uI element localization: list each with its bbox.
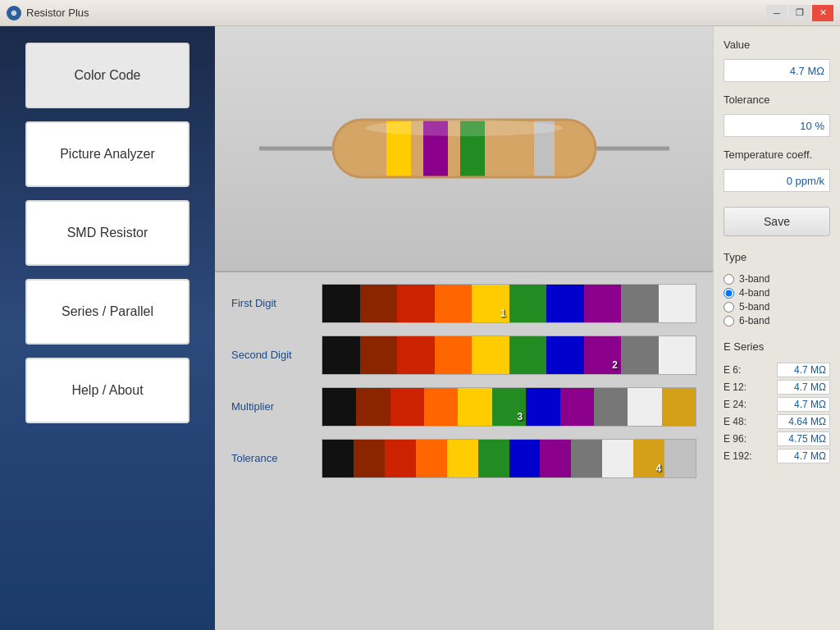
minimize-button[interactable]: ─ [766, 5, 788, 21]
color-cell-2-6[interactable] [526, 388, 559, 426]
color-cell-3-0[interactable] [322, 440, 354, 477]
type-radio-6-band[interactable] [724, 316, 734, 326]
sidebar-btn-color-code[interactable]: Color Code [25, 43, 189, 108]
tolerance-display[interactable]: 10 % [724, 114, 830, 137]
sidebar: Color CodePicture AnalyzerSMD ResistorSe… [0, 26, 215, 630]
color-cell-3-6[interactable] [509, 440, 541, 477]
color-cell-2-4[interactable] [458, 388, 491, 426]
color-strip-2: 3 [322, 387, 696, 427]
eseries-value-2[interactable]: 4.7 MΩ [777, 397, 830, 412]
value-label: Value [724, 39, 830, 51]
band-label-2: Multiplier [231, 400, 322, 413]
sidebar-btn-smd-resistor[interactable]: SMD Resistor [25, 200, 189, 266]
color-cell-2-3[interactable] [424, 388, 458, 426]
color-cell-2-1[interactable] [356, 388, 390, 426]
band-row-2: Multiplier3 [231, 384, 696, 429]
color-cell-3-9[interactable] [602, 440, 633, 477]
eseries-name-4: E 96: [724, 433, 752, 445]
color-cell-2-7[interactable] [560, 388, 594, 426]
sidebar-btn-series-parallel[interactable]: Series / Parallel [25, 279, 189, 345]
color-cell-1-2[interactable] [397, 336, 435, 374]
color-cell-1-8[interactable] [621, 336, 659, 374]
eseries-value-4[interactable]: 4.75 MΩ [777, 431, 830, 446]
main-content: Color CodePicture AnalyzerSMD ResistorSe… [0, 26, 840, 630]
resistor-svg [259, 83, 669, 214]
color-cell-3-11[interactable] [664, 440, 696, 477]
type-radio-row-3-band: 3-band [724, 273, 830, 285]
color-cell-0-0[interactable] [322, 285, 360, 322]
color-cell-0-9[interactable] [659, 285, 696, 322]
type-radio-4-band[interactable] [724, 288, 734, 299]
color-cell-3-5[interactable] [478, 440, 509, 477]
color-cell-0-3[interactable] [435, 285, 472, 322]
eseries-value-1[interactable]: 4.7 MΩ [777, 380, 830, 395]
bands-area: First Digit1Second Digit2Multiplier3Tole… [215, 272, 713, 630]
color-cell-3-3[interactable] [416, 440, 447, 477]
color-cell-0-6[interactable] [546, 285, 584, 322]
color-cell-1-6[interactable] [546, 336, 584, 374]
type-radio-row-6-band: 6-band [724, 315, 830, 326]
color-cell-0-2[interactable] [397, 285, 435, 322]
right-panel: First Digit1Second Digit2Multiplier3Tole… [215, 26, 840, 630]
color-cell-0-7[interactable] [584, 285, 622, 322]
props-panel: Value 4.7 MΩ Tolerance 10 % Temperature … [713, 26, 840, 630]
eseries-name-3: E 48: [724, 416, 752, 427]
color-cell-1-5[interactable] [509, 336, 547, 374]
color-cell-3-10[interactable]: 4 [633, 440, 664, 477]
color-cell-2-9[interactable] [628, 388, 661, 426]
sidebar-btn-picture-analyzer[interactable]: Picture Analyzer [25, 121, 189, 187]
app-icon: ⊕ [7, 6, 21, 21]
color-cell-3-7[interactable] [540, 440, 571, 477]
type-radio-5-band[interactable] [724, 302, 734, 313]
temp-coeff-label: Temperature coeff. [724, 148, 830, 161]
eseries-row-2: E 24:4.7 MΩ [724, 397, 830, 412]
eseries-name-5: E 192: [724, 450, 752, 462]
type-radio-label-3-band: 3-band [739, 273, 769, 285]
color-strip-1: 2 [322, 336, 696, 375]
color-cell-2-5[interactable]: 3 [492, 388, 526, 426]
eseries-value-3[interactable]: 4.64 MΩ [777, 414, 830, 429]
color-cell-1-9[interactable] [659, 336, 696, 374]
band-label-3: Tolerance [231, 452, 322, 464]
type-radio-3-band[interactable] [724, 274, 734, 285]
color-cell-3-8[interactable] [571, 440, 602, 477]
eseries-row-0: E 6:4.7 MΩ [724, 363, 830, 377]
color-cell-1-4[interactable] [472, 336, 509, 374]
color-cell-3-1[interactable] [354, 440, 385, 477]
sidebar-btn-help-about[interactable]: Help / About [25, 358, 189, 423]
color-cell-0-4[interactable]: 1 [472, 285, 509, 322]
eseries-row-5: E 192:4.7 MΩ [724, 449, 830, 463]
color-cell-2-2[interactable] [390, 388, 424, 426]
color-cell-1-0[interactable] [322, 336, 360, 374]
color-cell-1-1[interactable] [360, 336, 398, 374]
color-cell-0-8[interactable] [621, 285, 659, 322]
save-button[interactable]: Save [724, 207, 830, 236]
color-cell-0-5[interactable] [509, 285, 547, 322]
color-cell-2-8[interactable] [594, 388, 628, 426]
titlebar-controls: ─ ❐ ✕ [766, 5, 833, 21]
color-cell-3-2[interactable] [385, 440, 416, 477]
restore-button[interactable]: ❐ [789, 5, 810, 21]
color-cell-2-0[interactable] [322, 388, 356, 426]
value-display[interactable]: 4.7 MΩ [724, 59, 830, 82]
eseries-label: E Series [724, 340, 830, 353]
color-cell-1-3[interactable] [435, 336, 472, 374]
close-button[interactable]: ✕ [812, 5, 833, 21]
center-area: First Digit1Second Digit2Multiplier3Tole… [215, 26, 713, 630]
color-cell-1-7[interactable]: 2 [584, 336, 622, 374]
eseries-rows: E 6:4.7 MΩE 12:4.7 MΩE 24:4.7 MΩE 48:4.6… [724, 363, 830, 466]
resistor-display [215, 26, 713, 272]
color-strip-3: 4 [322, 439, 696, 478]
band-row-1: Second Digit2 [231, 332, 696, 377]
color-cell-3-4[interactable] [447, 440, 478, 477]
tolerance-label: Tolerance [724, 94, 830, 106]
eseries-name-2: E 24: [724, 399, 752, 410]
eseries-value-0[interactable]: 4.7 MΩ [777, 363, 830, 377]
color-cell-2-10[interactable] [662, 388, 696, 426]
type-radio-label-5-band: 5-band [739, 301, 769, 313]
temp-coeff-display[interactable]: 0 ppm/k [724, 169, 830, 192]
eseries-value-5[interactable]: 4.7 MΩ [777, 449, 830, 463]
color-cell-0-1[interactable] [360, 285, 398, 322]
type-label: Type [724, 251, 830, 263]
type-radios: 3-band4-band5-band6-band [724, 273, 830, 329]
